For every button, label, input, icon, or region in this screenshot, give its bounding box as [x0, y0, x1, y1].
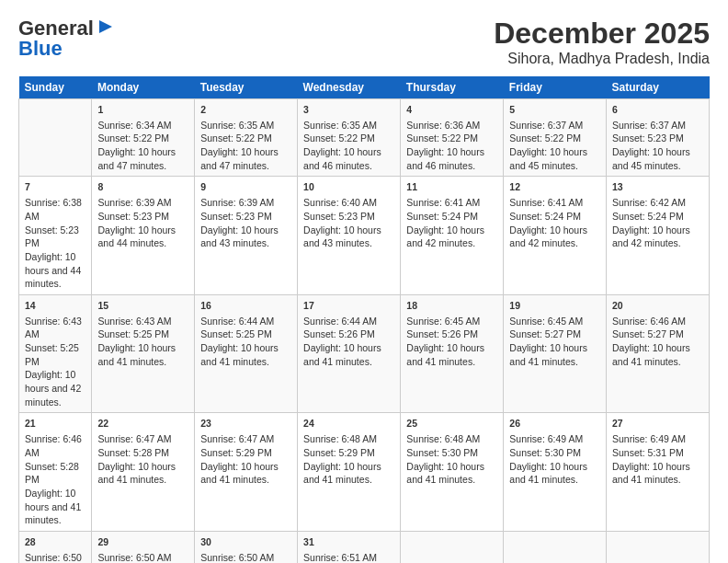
sunset: Sunset: 5:24 PM [612, 211, 684, 222]
day-number: 20 [612, 299, 703, 313]
cell-w1-d1: 8Sunrise: 6:39 AMSunset: 5:23 PMDaylight… [92, 177, 195, 295]
sunset: Sunset: 5:30 PM [509, 447, 581, 458]
sunset: Sunset: 5:29 PM [303, 447, 375, 458]
header-wednesday: Wednesday [298, 76, 401, 99]
day-number: 25 [406, 417, 497, 431]
sunrise: Sunrise: 6:46 AM [612, 316, 686, 327]
header-thursday: Thursday [401, 76, 504, 99]
header-tuesday: Tuesday [195, 76, 298, 99]
sunset: Sunset: 5:23 PM [25, 224, 79, 249]
day-number: 12 [509, 180, 600, 194]
cell-w1-d6: 13Sunrise: 6:42 AMSunset: 5:24 PMDayligh… [607, 177, 710, 295]
sunset: Sunset: 5:25 PM [200, 328, 272, 339]
header-row: Sunday Monday Tuesday Wednesday Thursday… [19, 76, 710, 99]
day-number: 31 [303, 535, 394, 549]
day-number: 6 [612, 103, 703, 117]
cell-w1-d2: 9Sunrise: 6:39 AMSunset: 5:23 PMDaylight… [195, 177, 298, 295]
day-number: 3 [303, 103, 394, 117]
day-number: 16 [200, 299, 291, 313]
daylight: Daylight: 10 hours and 41 minutes. [200, 342, 279, 367]
daylight: Daylight: 10 hours and 41 minutes. [97, 461, 176, 486]
sunrise: Sunrise: 6:35 AM [303, 120, 377, 131]
daylight: Daylight: 10 hours and 41 minutes. [612, 461, 690, 486]
day-number: 22 [97, 417, 188, 431]
daylight: Daylight: 10 hours and 46 minutes. [303, 146, 381, 171]
cell-w4-d4 [401, 531, 504, 563]
sunrise: Sunrise: 6:50 AM [97, 552, 171, 563]
day-number: 2 [200, 103, 291, 117]
week-row-4: 28Sunrise: 6:50 AMSunset: 5:31 PMDayligh… [19, 531, 710, 563]
daylight: Daylight: 10 hours and 44 minutes. [97, 224, 176, 249]
day-number: 18 [406, 299, 497, 313]
daylight: Daylight: 10 hours and 41 minutes. [303, 342, 381, 367]
sunset: Sunset: 5:23 PM [303, 211, 375, 222]
sunset: Sunset: 5:28 PM [25, 461, 79, 486]
daylight: Daylight: 10 hours and 41 minutes. [509, 342, 587, 367]
day-number: 21 [25, 417, 85, 431]
day-number: 24 [303, 417, 394, 431]
sunset: Sunset: 5:24 PM [509, 211, 581, 222]
sunrise: Sunrise: 6:48 AM [406, 433, 480, 444]
cell-w1-d4: 11Sunrise: 6:41 AMSunset: 5:24 PMDayligh… [401, 177, 504, 295]
cell-w3-d4: 25Sunrise: 6:48 AMSunset: 5:30 PMDayligh… [401, 413, 504, 532]
day-number: 26 [509, 417, 600, 431]
day-number: 29 [97, 535, 188, 549]
sunset: Sunset: 5:27 PM [509, 328, 581, 339]
subtitle: Sihora, Madhya Pradesh, India [494, 51, 710, 67]
sunrise: Sunrise: 6:45 AM [406, 316, 480, 327]
week-row-0: 1Sunrise: 6:34 AMSunset: 5:22 PMDaylight… [19, 99, 710, 177]
header-saturday: Saturday [607, 76, 710, 99]
sunrise: Sunrise: 6:35 AM [200, 120, 274, 131]
cell-w4-d6 [607, 531, 710, 563]
sunrise: Sunrise: 6:47 AM [200, 433, 274, 444]
cell-w2-d4: 18Sunrise: 6:45 AMSunset: 5:26 PMDayligh… [401, 294, 504, 413]
header: General Blue December 2025 Sihora, Madhy… [18, 17, 710, 67]
cell-w2-d5: 19Sunrise: 6:45 AMSunset: 5:27 PMDayligh… [504, 294, 607, 413]
cell-w2-d3: 17Sunrise: 6:44 AMSunset: 5:26 PMDayligh… [298, 294, 401, 413]
calendar-header: Sunday Monday Tuesday Wednesday Thursday… [19, 76, 710, 99]
day-number: 1 [97, 103, 188, 117]
daylight: Daylight: 10 hours and 41 minutes. [612, 342, 690, 367]
sunset: Sunset: 5:26 PM [303, 328, 375, 339]
page: General Blue December 2025 Sihora, Madhy… [0, 0, 728, 563]
logo-icon [96, 17, 116, 37]
calendar-body: 1Sunrise: 6:34 AMSunset: 5:22 PMDaylight… [19, 99, 710, 564]
daylight: Daylight: 10 hours and 43 minutes. [200, 224, 279, 249]
sunrise: Sunrise: 6:49 AM [612, 433, 686, 444]
day-number: 11 [406, 180, 497, 194]
sunset: Sunset: 5:23 PM [97, 211, 169, 222]
cell-w3-d3: 24Sunrise: 6:48 AMSunset: 5:29 PMDayligh… [298, 413, 401, 532]
sunrise: Sunrise: 6:34 AM [97, 120, 171, 131]
daylight: Daylight: 10 hours and 41 minutes. [97, 342, 176, 367]
daylight: Daylight: 10 hours and 45 minutes. [612, 146, 690, 171]
sunrise: Sunrise: 6:45 AM [509, 316, 583, 327]
week-row-2: 14Sunrise: 6:43 AMSunset: 5:25 PMDayligh… [19, 294, 710, 413]
day-number: 19 [509, 299, 600, 313]
day-number: 9 [200, 180, 291, 194]
cell-w3-d5: 26Sunrise: 6:49 AMSunset: 5:30 PMDayligh… [504, 413, 607, 532]
daylight: Daylight: 10 hours and 47 minutes. [97, 146, 176, 171]
cell-w0-d4: 4Sunrise: 6:36 AMSunset: 5:22 PMDaylight… [401, 99, 504, 177]
cell-w0-d0 [19, 99, 92, 177]
sunrise: Sunrise: 6:48 AM [303, 433, 377, 444]
daylight: Daylight: 10 hours and 44 minutes. [25, 251, 81, 289]
sunrise: Sunrise: 6:50 AM [25, 552, 82, 563]
cell-w2-d0: 14Sunrise: 6:43 AMSunset: 5:25 PMDayligh… [19, 294, 92, 413]
sunset: Sunset: 5:28 PM [97, 447, 169, 458]
daylight: Daylight: 10 hours and 43 minutes. [303, 224, 381, 249]
sunrise: Sunrise: 6:43 AM [97, 316, 171, 327]
cell-w3-d6: 27Sunrise: 6:49 AMSunset: 5:31 PMDayligh… [607, 413, 710, 532]
cell-w0-d5: 5Sunrise: 6:37 AMSunset: 5:22 PMDaylight… [504, 99, 607, 177]
daylight: Daylight: 10 hours and 42 minutes. [406, 224, 484, 249]
sunrise: Sunrise: 6:41 AM [406, 197, 480, 208]
sunset: Sunset: 5:22 PM [509, 132, 581, 144]
sunset: Sunset: 5:22 PM [303, 132, 375, 144]
cell-w1-d0: 7Sunrise: 6:38 AMSunset: 5:23 PMDaylight… [19, 177, 92, 295]
cell-w4-d0: 28Sunrise: 6:50 AMSunset: 5:31 PMDayligh… [19, 531, 92, 563]
sunset: Sunset: 5:22 PM [97, 132, 169, 144]
sunrise: Sunrise: 6:40 AM [303, 197, 377, 208]
sunrise: Sunrise: 6:49 AM [509, 433, 583, 444]
daylight: Daylight: 10 hours and 42 minutes. [612, 224, 690, 249]
daylight: Daylight: 10 hours and 45 minutes. [509, 146, 587, 171]
sunset: Sunset: 5:31 PM [612, 447, 684, 458]
